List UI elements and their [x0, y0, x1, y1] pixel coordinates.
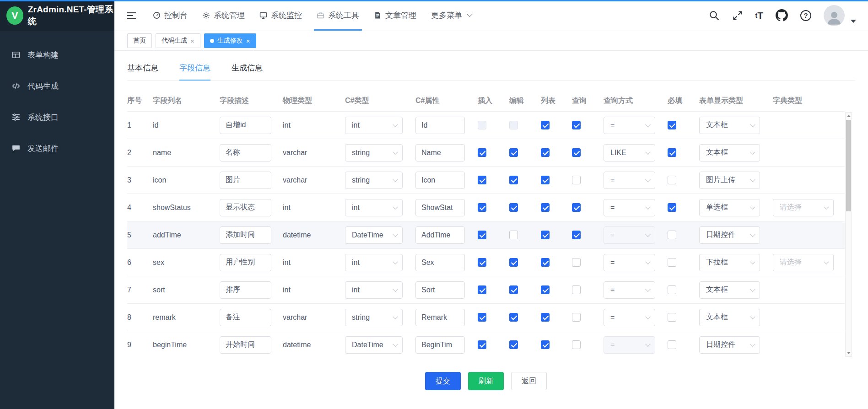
refresh-button[interactable]: 刷新: [468, 372, 504, 390]
csharp-prop-input[interactable]: [415, 254, 465, 271]
csharp-type-select[interactable]: int: [345, 117, 403, 134]
csharp-prop-input[interactable]: [415, 172, 465, 189]
csharp-type-select[interactable]: DateTime: [345, 336, 403, 354]
list-checkbox[interactable]: [541, 340, 550, 349]
vertical-scrollbar[interactable]: [845, 112, 852, 357]
dict-type-select[interactable]: 请选择: [773, 254, 834, 271]
sidebar-item-form-builder[interactable]: 表单构建: [0, 39, 114, 70]
avatar-dropdown-caret[interactable]: [851, 20, 856, 23]
csharp-prop-input[interactable]: [415, 309, 465, 326]
list-checkbox[interactable]: [541, 176, 550, 184]
csharp-type-select[interactable]: string: [345, 172, 403, 189]
nav-item-system-manage[interactable]: 系统管理: [195, 0, 252, 31]
insert-checkbox[interactable]: [478, 148, 486, 157]
display-type-select[interactable]: 图片上传: [699, 172, 760, 189]
query-checkbox[interactable]: [572, 231, 581, 239]
sidebar-item-send-mail[interactable]: 发送邮件: [0, 133, 114, 164]
edit-checkbox[interactable]: [509, 258, 518, 267]
edit-checkbox[interactable]: [509, 340, 518, 349]
required-checkbox[interactable]: [668, 176, 676, 184]
field-desc-input[interactable]: [220, 281, 271, 299]
edit-checkbox[interactable]: [509, 148, 518, 157]
list-checkbox[interactable]: [541, 148, 550, 157]
query-method-select[interactable]: =: [604, 281, 655, 299]
avatar[interactable]: [824, 5, 845, 26]
dict-type-select[interactable]: 请选择: [773, 199, 834, 216]
csharp-type-select[interactable]: string: [345, 144, 403, 161]
edit-checkbox[interactable]: [509, 285, 518, 294]
csharp-type-select[interactable]: int: [345, 199, 403, 216]
display-type-select[interactable]: 日期控件: [699, 336, 760, 354]
query-method-select[interactable]: =: [604, 117, 655, 134]
field-desc-input[interactable]: [220, 254, 271, 271]
insert-checkbox[interactable]: [478, 176, 486, 184]
fullscreen-button[interactable]: [732, 10, 743, 21]
edit-checkbox[interactable]: [509, 313, 518, 322]
field-desc-input[interactable]: [220, 336, 271, 354]
sidebar-item-system-api[interactable]: 系统接口: [0, 102, 114, 133]
field-desc-input[interactable]: [220, 226, 271, 244]
field-desc-input[interactable]: [220, 117, 271, 134]
query-checkbox[interactable]: [572, 148, 581, 157]
display-type-select[interactable]: 文本框: [699, 309, 760, 326]
scrollbar-thumb[interactable]: [846, 120, 851, 211]
field-desc-input[interactable]: [220, 309, 271, 326]
list-checkbox[interactable]: [541, 231, 550, 239]
csharp-prop-input[interactable]: [415, 336, 465, 354]
display-type-select[interactable]: 日期控件: [699, 226, 760, 244]
csharp-prop-input[interactable]: [415, 226, 465, 244]
tag-code-generate[interactable]: 代码生成 ×: [156, 33, 200, 48]
required-checkbox[interactable]: [668, 148, 676, 157]
tab-field-info[interactable]: 字段信息: [179, 63, 210, 80]
sidebar-item-code-generate[interactable]: 代码生成: [0, 70, 114, 102]
list-checkbox[interactable]: [541, 285, 550, 294]
csharp-type-select[interactable]: DateTime: [345, 226, 403, 244]
csharp-prop-input[interactable]: [415, 144, 465, 161]
insert-checkbox[interactable]: [478, 340, 486, 349]
sidebar-collapse-button[interactable]: [121, 0, 142, 31]
search-button[interactable]: [708, 10, 720, 21]
query-checkbox[interactable]: [572, 313, 581, 322]
csharp-type-select[interactable]: int: [345, 254, 403, 271]
required-checkbox[interactable]: [668, 285, 676, 294]
query-method-select[interactable]: =: [604, 172, 655, 189]
csharp-prop-input[interactable]: [415, 199, 465, 216]
scroll-down-button[interactable]: [846, 350, 852, 356]
tab-generate-info[interactable]: 生成信息: [232, 63, 263, 80]
csharp-type-select[interactable]: int: [345, 281, 403, 299]
list-checkbox[interactable]: [541, 203, 550, 212]
back-button[interactable]: 返回: [511, 372, 547, 390]
display-type-select[interactable]: 下拉框: [699, 254, 760, 271]
close-icon[interactable]: ×: [190, 38, 194, 44]
edit-checkbox[interactable]: [509, 203, 518, 212]
csharp-prop-input[interactable]: [415, 281, 465, 299]
query-checkbox[interactable]: [572, 340, 581, 349]
required-checkbox[interactable]: [668, 203, 676, 212]
display-type-select[interactable]: 文本框: [699, 117, 760, 134]
app-logo[interactable]: V ZrAdmin.NET-管理系统: [0, 0, 114, 31]
insert-checkbox[interactable]: [478, 231, 486, 239]
query-checkbox[interactable]: [572, 203, 581, 212]
submit-button[interactable]: 提交: [425, 372, 461, 390]
list-checkbox[interactable]: [541, 313, 550, 322]
required-checkbox[interactable]: [668, 231, 676, 239]
insert-checkbox[interactable]: [478, 258, 486, 267]
tag-generate-edit[interactable]: 生成修改 ×: [204, 33, 256, 48]
query-method-select[interactable]: =: [604, 309, 655, 326]
field-desc-input[interactable]: [220, 144, 271, 161]
query-checkbox[interactable]: [572, 258, 581, 267]
query-checkbox[interactable]: [572, 176, 581, 184]
insert-checkbox[interactable]: [478, 285, 486, 294]
field-desc-input[interactable]: [220, 199, 271, 216]
display-type-select[interactable]: 文本框: [699, 144, 760, 161]
scroll-up-button[interactable]: [846, 113, 852, 119]
display-type-select[interactable]: 文本框: [699, 281, 760, 299]
help-button[interactable]: ?: [800, 10, 811, 21]
query-method-select[interactable]: =: [604, 254, 655, 271]
nav-item-dashboard[interactable]: 控制台: [146, 0, 195, 31]
close-icon[interactable]: ×: [246, 38, 250, 44]
csharp-prop-input[interactable]: [415, 117, 465, 134]
field-desc-input[interactable]: [220, 172, 271, 189]
nav-item-more-menu[interactable]: 更多菜单: [424, 0, 479, 31]
nav-item-system-monitor[interactable]: 系统监控: [252, 0, 309, 31]
